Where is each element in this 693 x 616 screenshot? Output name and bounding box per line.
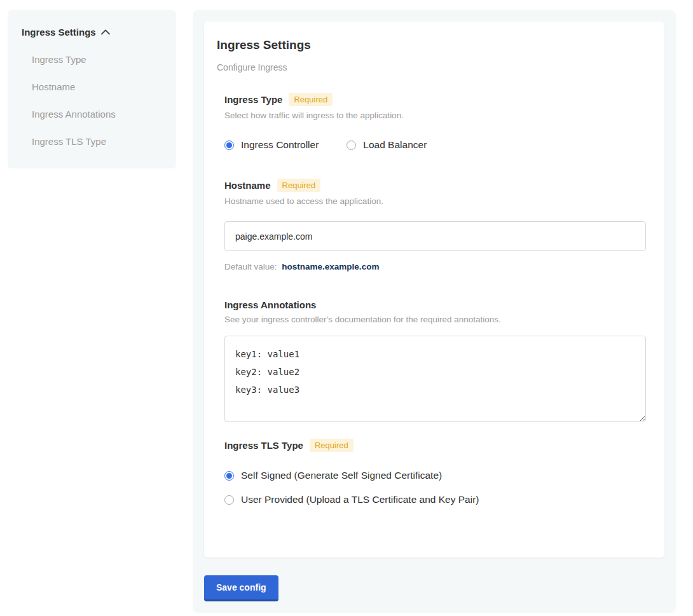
config-card: Ingress Settings Configure Ingress Ingre… [204, 22, 664, 558]
field-group-ingress-annotations: Ingress Annotations See your ingress con… [224, 299, 645, 422]
field-label-ingress-annotations: Ingress Annotations [224, 299, 316, 310]
radio-option-user-provided[interactable]: User Provided (Upload a TLS Certificate … [224, 494, 645, 505]
field-label-ingress-type: Ingress Type [224, 94, 282, 105]
required-badge: Required [289, 93, 333, 106]
chevron-up-icon [101, 29, 110, 35]
config-main-panel: Ingress Settings Configure Ingress Ingre… [193, 10, 676, 613]
radio-label: Ingress Controller [241, 139, 319, 151]
save-config-button[interactable]: Save config [204, 575, 278, 601]
radio-option-load-balancer[interactable]: Load Balancer [346, 139, 427, 151]
field-group-hostname: Hostname Required Hostname used to acces… [224, 179, 645, 271]
field-group-ingress-type: Ingress Type Required Select how traffic… [224, 93, 645, 151]
field-label-ingress-tls-type: Ingress TLS Type [224, 440, 303, 451]
required-badge: Required [277, 179, 321, 192]
sidebar-item-ingress-type[interactable]: Ingress Type [22, 54, 162, 65]
default-value-text: hostname.example.com [282, 262, 379, 271]
radio-label: Load Balancer [363, 139, 427, 151]
field-help-ingress-annotations: See your ingress controller's documentat… [224, 315, 645, 324]
field-label-hostname: Hostname [224, 180, 271, 191]
required-badge: Required [310, 439, 353, 452]
radio-label: Self Signed (Generate Self Signed Certif… [241, 470, 442, 481]
radio-button-icon[interactable] [346, 140, 356, 150]
tls-type-radio-group: Self Signed (Generate Self Signed Certif… [224, 470, 645, 505]
field-label-row: Ingress Annotations [224, 299, 645, 310]
field-label-row: Ingress TLS Type Required [224, 439, 645, 452]
field-help-hostname: Hostname used to access the application. [224, 196, 645, 206]
radio-label: User Provided (Upload a TLS Certificate … [241, 494, 479, 505]
field-label-row: Ingress Type Required [224, 93, 645, 106]
ingress-type-radio-group: Ingress Controller Load Balancer [224, 139, 645, 151]
default-value-prefix: Default value: [224, 262, 277, 271]
field-group-ingress-tls-type: Ingress TLS Type Required Self Signed (G… [224, 439, 645, 505]
hostname-default-line: Default value: hostname.example.com [224, 262, 645, 271]
config-page: Ingress Settings Ingress Type Hostname I… [0, 0, 693, 616]
sidebar-item-ingress-annotations[interactable]: Ingress Annotations [22, 109, 162, 120]
sidebar-item-ingress-tls-type[interactable]: Ingress TLS Type [22, 136, 162, 147]
radio-button-icon[interactable] [224, 471, 234, 481]
sidebar-item-hostname[interactable]: Hostname [22, 81, 162, 92]
page-subtitle: Configure Ingress [217, 62, 645, 72]
field-label-row: Hostname Required [224, 179, 645, 192]
sidebar-group-title: Ingress Settings [22, 27, 96, 38]
radio-button-icon[interactable] [224, 495, 234, 505]
config-nav-sidebar: Ingress Settings Ingress Type Hostname I… [8, 10, 176, 168]
field-help-ingress-type: Select how traffic will ingress to the a… [224, 111, 645, 120]
radio-option-self-signed[interactable]: Self Signed (Generate Self Signed Certif… [224, 470, 645, 481]
page-title: Ingress Settings [217, 38, 645, 52]
sidebar-group-ingress-settings[interactable]: Ingress Settings [22, 27, 162, 38]
save-row: Save config [204, 575, 664, 601]
radio-option-ingress-controller[interactable]: Ingress Controller [224, 139, 319, 151]
hostname-input[interactable] [224, 221, 646, 251]
ingress-annotations-textarea[interactable]: key1: value1 key2: value2 key3: value3 [224, 336, 646, 422]
radio-button-icon[interactable] [224, 140, 234, 150]
